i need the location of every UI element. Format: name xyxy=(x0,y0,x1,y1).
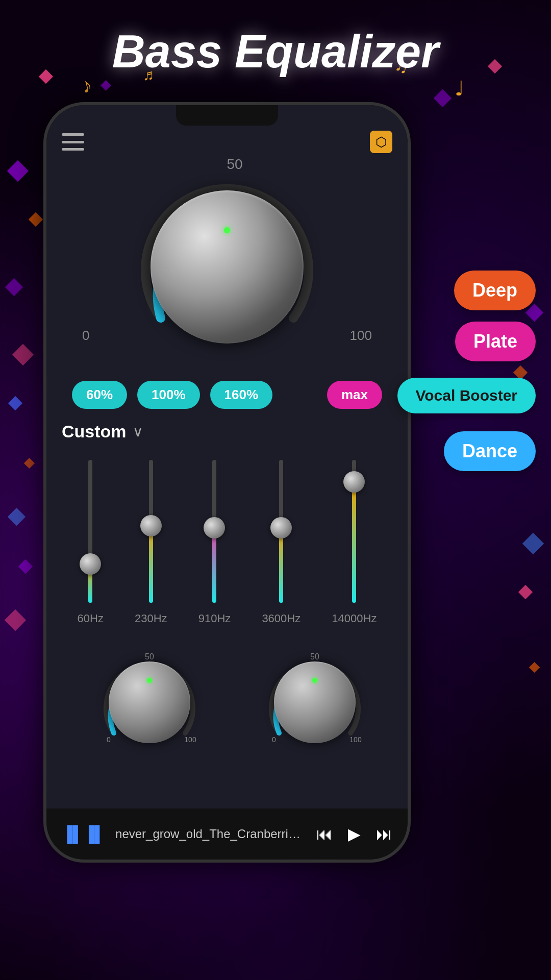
knob-scale-right: 100 xyxy=(350,328,372,344)
media-waveform-icon: ▐▌▐▌ xyxy=(62,825,105,843)
sliders-row: 60Hz 230Hz xyxy=(62,457,392,630)
media-next-button[interactable]: ⏭ xyxy=(376,825,392,844)
preset-dance-button[interactable]: Dance xyxy=(444,431,536,471)
slider-label-60hz: 60Hz xyxy=(78,612,104,625)
media-previous-button[interactable]: ⏮ xyxy=(316,825,333,844)
slider-label-230hz: 230Hz xyxy=(135,612,167,625)
slider-14000hz: 14000Hz xyxy=(332,460,377,625)
slider-label-14000hz: 14000Hz xyxy=(332,612,377,625)
phone-screen: ⬡ 50 0 xyxy=(46,105,408,860)
mini-knob-1[interactable] xyxy=(109,662,190,743)
bottom-knobs: 50 0 100 xyxy=(62,651,392,743)
volume-100-button[interactable]: 100% xyxy=(137,381,200,409)
svg-text:50: 50 xyxy=(310,652,319,661)
svg-text:0: 0 xyxy=(272,736,276,744)
slider-thumb-3600hz[interactable] xyxy=(270,517,292,538)
volume-160-button[interactable]: 160% xyxy=(210,381,273,409)
svg-text:100: 100 xyxy=(184,736,196,744)
slider-60hz: 60Hz xyxy=(78,460,104,625)
page-title: Bass Equalizer xyxy=(0,26,551,78)
phone-frame: ⬡ 50 0 xyxy=(43,102,411,863)
main-knob-container[interactable] xyxy=(135,175,319,359)
media-title: never_grow_old_The_Cranberries.... xyxy=(115,827,306,841)
slider-label-3600hz: 3600Hz xyxy=(262,612,300,625)
knob-section: 50 0 xyxy=(72,156,382,359)
volume-60-button[interactable]: 60% xyxy=(72,381,127,409)
knob-indicator xyxy=(224,227,230,233)
svg-text:50: 50 xyxy=(145,652,154,661)
top-bar: ⬡ xyxy=(62,131,392,153)
eq-section: Custom ∨ 60Hz xyxy=(62,422,392,630)
svg-text:0: 0 xyxy=(107,736,111,744)
knob-scale-left: 0 xyxy=(82,328,89,344)
eq-label-row: Custom ∨ xyxy=(62,422,392,442)
mini-knob-1-dot xyxy=(147,678,152,683)
media-player-bar: ▐▌▐▌ never_grow_old_The_Cranberries.... … xyxy=(46,808,408,860)
knob-row: 0 xyxy=(72,175,382,359)
music-note-4: ♩ xyxy=(455,77,464,100)
main-knob[interactable] xyxy=(151,190,304,344)
phone-notch xyxy=(176,105,278,126)
menu-line-1 xyxy=(62,133,84,136)
slider-thumb-60hz[interactable] xyxy=(80,553,101,575)
menu-line-2 xyxy=(62,141,84,143)
slider-910hz: 910Hz xyxy=(198,460,231,625)
preset-deep-button[interactable]: Deep xyxy=(454,271,536,310)
mini-knob-2-dot xyxy=(312,678,317,683)
slider-thumb-230hz[interactable] xyxy=(140,515,162,536)
volume-buttons: 60% 100% 160% max xyxy=(72,381,382,409)
slider-3600hz: 3600Hz xyxy=(262,460,300,625)
slider-230hz: 230Hz xyxy=(135,460,167,625)
slider-label-910hz: 910Hz xyxy=(198,612,231,625)
slider-thumb-14000hz[interactable] xyxy=(343,471,365,493)
menu-line-3 xyxy=(62,148,84,151)
settings-icon-symbol: ⬡ xyxy=(375,134,387,150)
media-controls: ⏮ ▶ ⏭ xyxy=(316,824,392,844)
mini-knob-1-wrap: 50 0 100 xyxy=(98,651,190,743)
settings-icon[interactable]: ⬡ xyxy=(370,131,392,153)
preset-vocal-button[interactable]: Vocal Booster xyxy=(397,378,536,413)
media-play-button[interactable]: ▶ xyxy=(348,824,361,844)
svg-text:100: 100 xyxy=(349,736,362,744)
volume-max-button[interactable]: max xyxy=(327,381,382,409)
eq-mode-label: Custom xyxy=(62,422,127,442)
knob-scale-top: 50 xyxy=(227,156,242,172)
mini-knob-2[interactable] xyxy=(274,662,356,743)
menu-icon[interactable] xyxy=(62,133,84,151)
slider-thumb-910hz[interactable] xyxy=(204,517,225,538)
eq-dropdown-arrow[interactable]: ∨ xyxy=(133,423,143,440)
preset-plate-button[interactable]: Plate xyxy=(455,322,536,361)
mini-knob-2-wrap: 50 0 100 xyxy=(264,651,356,743)
